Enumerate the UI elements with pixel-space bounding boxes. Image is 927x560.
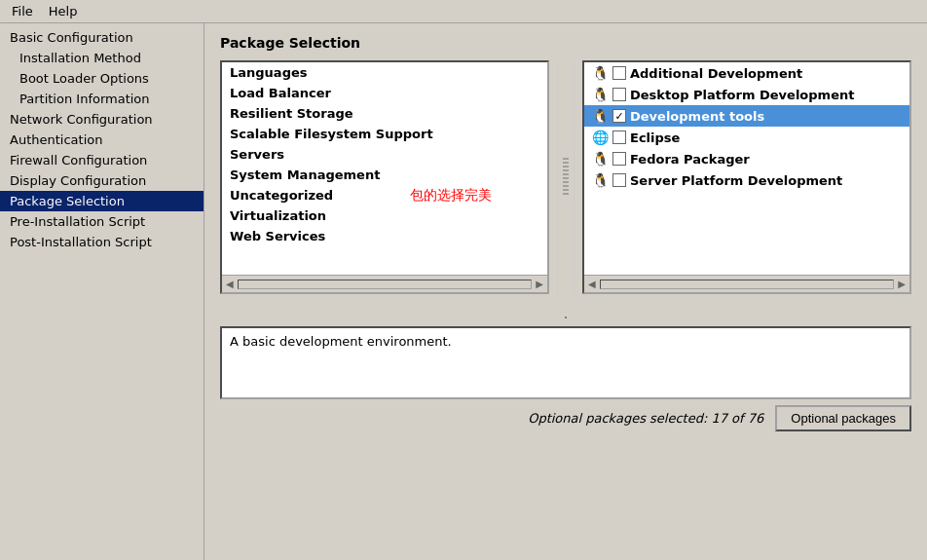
sidebar-item-post-install[interactable]: Post-Installation Script	[0, 232, 204, 252]
duck-icon: 🐧	[592, 87, 609, 102]
left-list-hscroll[interactable]: ◀ ▶	[222, 275, 547, 292]
list-item[interactable]: Servers	[222, 144, 547, 165]
duck-icon: 🐧	[592, 172, 609, 188]
sidebar: Basic Configuration Installation Method …	[0, 23, 204, 560]
sidebar-item-partition-info[interactable]: Partition Information	[0, 89, 204, 109]
sidebar-item-network-config[interactable]: Network Configuration	[0, 109, 204, 130]
duck-icon: 🐧	[592, 65, 609, 81]
sidebar-item-boot-loader[interactable]: Boot Loader Options	[0, 68, 204, 89]
left-package-list: Languages Load Balancer Resilient Storag…	[220, 60, 549, 294]
sidebar-item-pre-install[interactable]: Pre-Installation Script	[0, 211, 204, 232]
sidebar-item-basic-config[interactable]: Basic Configuration	[0, 27, 204, 48]
description-box: A basic development environment.	[220, 326, 911, 399]
checkbox[interactable]	[612, 152, 626, 166]
right-package-list: 🐧 Additional Development 🐧 Desktop Platf…	[582, 60, 911, 294]
list-item[interactable]: Load Balancer	[222, 83, 547, 103]
optional-packages-line: Optional packages selected: 17 of 76 Opt…	[220, 405, 911, 431]
right-list-item[interactable]: 🐧 Desktop Platform Development	[584, 84, 909, 105]
package-area: Languages Load Balancer Resilient Storag…	[220, 60, 911, 294]
content-area: Package Selection Languages Load Balance…	[204, 23, 927, 560]
right-list-hscroll[interactable]: ◀ ▶	[584, 275, 909, 292]
list-item[interactable]: Web Services	[222, 226, 547, 246]
main-layout: Basic Configuration Installation Method …	[0, 23, 927, 560]
sidebar-item-display-config[interactable]: Display Configuration	[0, 170, 204, 191]
optional-packages-button[interactable]: Optional packages	[775, 405, 911, 431]
checkbox[interactable]	[612, 66, 626, 80]
dot-separator: .	[220, 304, 911, 322]
list-item[interactable]: Resilient Storage	[222, 103, 547, 124]
list-splitter	[557, 60, 575, 294]
right-list-item-selected[interactable]: 🐧 Development tools	[584, 105, 909, 127]
list-item[interactable]: Uncategorized	[222, 185, 547, 205]
duck-icon: 🐧	[592, 151, 609, 167]
list-item[interactable]: Languages	[222, 62, 547, 83]
right-list-item[interactable]: 🐧 Additional Development	[584, 62, 909, 84]
sidebar-item-firewall-config[interactable]: Firewall Configuration	[0, 150, 204, 170]
file-menu[interactable]: File	[4, 2, 41, 20]
description-section: . A basic development environment. Optio…	[220, 304, 911, 431]
duck-icon: 🐧	[592, 108, 609, 124]
sidebar-item-authentication[interactable]: Authentication	[0, 130, 204, 150]
right-list-scroll[interactable]: 🐧 Additional Development 🐧 Desktop Platf…	[584, 62, 909, 275]
sidebar-item-package-selection[interactable]: Package Selection	[0, 191, 204, 211]
right-list-item[interactable]: 🐧 Fedora Packager	[584, 148, 909, 169]
sidebar-item-install-method[interactable]: Installation Method	[0, 48, 204, 68]
list-item[interactable]: Scalable Filesystem Support	[222, 124, 547, 144]
menubar: File Help	[0, 0, 927, 23]
right-list-item[interactable]: 🐧 Server Platform Development	[584, 169, 909, 191]
globe-icon: 🌐	[592, 130, 609, 145]
checkbox[interactable]	[612, 131, 626, 144]
page-title: Package Selection	[220, 35, 911, 51]
checkbox[interactable]	[612, 88, 626, 101]
list-item[interactable]: Virtualization	[222, 205, 547, 226]
right-list-item[interactable]: 🌐 Eclipse	[584, 127, 909, 148]
list-item[interactable]: System Management	[222, 165, 547, 185]
left-list-scroll[interactable]: Languages Load Balancer Resilient Storag…	[222, 62, 547, 275]
checkbox-checked[interactable]	[612, 109, 626, 123]
optional-packages-status: Optional packages selected: 17 of 76	[528, 411, 763, 426]
checkbox[interactable]	[612, 173, 626, 187]
help-menu[interactable]: Help	[41, 2, 86, 20]
